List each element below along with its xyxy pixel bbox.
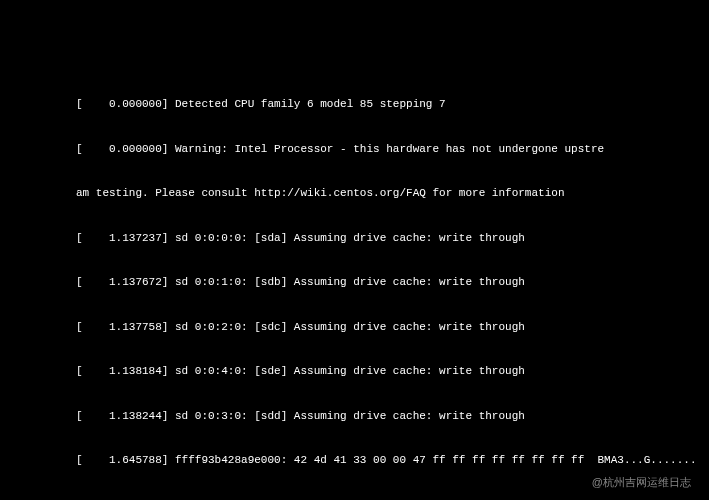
boot-log-line: [ 1.138244] sd 0:0:3:0: [sdd] Assuming d… bbox=[76, 409, 697, 424]
boot-log-line: [ 1.137672] sd 0:0:1:0: [sdb] Assuming d… bbox=[76, 275, 697, 290]
boot-log-line: [ 1.137237] sd 0:0:0:0: [sda] Assuming d… bbox=[76, 231, 697, 246]
boot-log-line: am testing. Please consult http://wiki.c… bbox=[76, 186, 697, 201]
boot-log-line: [ 1.137758] sd 0:0:2:0: [sdc] Assuming d… bbox=[76, 320, 697, 335]
boot-log-line: [ 0.000000] Detected CPU family 6 model … bbox=[76, 97, 697, 112]
boot-log-line: [ 1.645788] ffff93b428a9e000: 42 4d 41 3… bbox=[76, 453, 697, 468]
boot-log-line: [ 0.000000] Warning: Intel Processor - t… bbox=[76, 142, 697, 157]
terminal-output[interactable]: [ 0.000000] Detected CPU family 6 model … bbox=[4, 67, 705, 500]
watermark-text: @杭州吉网运维日志 bbox=[592, 475, 691, 490]
boot-log-line: [ 1.138184] sd 0:0:4:0: [sde] Assuming d… bbox=[76, 364, 697, 379]
